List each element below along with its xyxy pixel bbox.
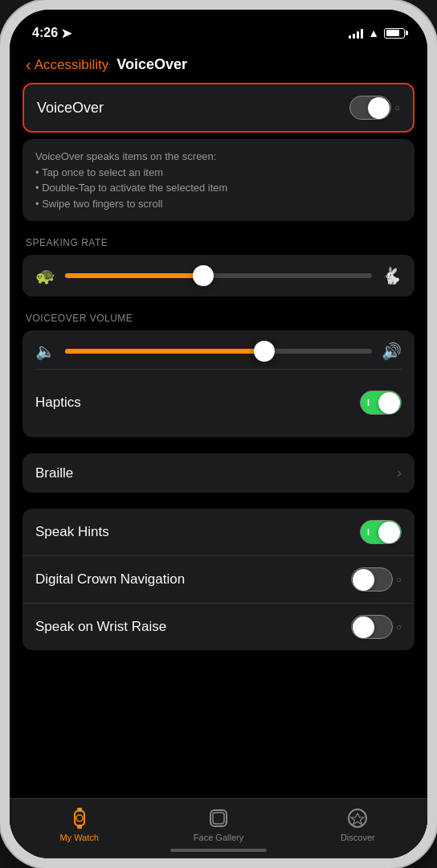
voiceover-volume-row: 🔈 🔊	[35, 342, 402, 361]
speak-hints-row: Speak Hints I	[22, 509, 415, 556]
bullet-2: • Double-Tap to activate the selected it…	[35, 182, 227, 194]
braille-label: Braille	[35, 465, 73, 481]
speak-hints-label: Speak Hints	[35, 524, 109, 540]
tab-my-watch[interactable]: My Watch	[10, 807, 149, 842]
speak-wrist-row: Speak on Wrist Raise ○	[22, 604, 415, 650]
face-gallery-icon-container	[207, 807, 230, 829]
face-gallery-svg	[207, 807, 230, 829]
volume-low-icon: 🔈	[35, 342, 55, 361]
phone-screen: 4:26 ➤ ▲ ‹ Accessibility	[10, 10, 427, 858]
svg-rect-3	[77, 825, 82, 829]
slider-thumb[interactable]	[254, 341, 275, 362]
haptics-toggle-switch[interactable]: I	[360, 391, 402, 415]
speak-wrist-knob	[353, 616, 374, 638]
svg-rect-2	[77, 808, 82, 812]
digital-crown-off-indicator: ○	[396, 575, 402, 584]
discover-tab-label: Discover	[341, 833, 375, 842]
speak-wrist-toggle-wrapper: ○	[351, 615, 402, 639]
digital-crown-toggle[interactable]	[351, 567, 393, 592]
digital-crown-row: Digital Crown Navigation ○	[22, 556, 415, 604]
page-title: VoiceOver	[116, 56, 187, 73]
my-watch-tab-label: My Watch	[59, 833, 99, 842]
speak-wrist-label: Speak on Wrist Raise	[35, 619, 166, 635]
voiceover-toggle-switch[interactable]	[349, 96, 391, 120]
description-title: VoiceOver speaks items on the screen:	[35, 150, 216, 162]
tab-face-gallery[interactable]: Face Gallery	[149, 807, 288, 842]
voiceover-volume-slider[interactable]	[65, 349, 372, 354]
speak-wrist-toggle[interactable]	[351, 615, 393, 639]
notch	[162, 10, 275, 34]
haptics-label: Haptics	[35, 395, 81, 411]
discover-svg	[346, 807, 369, 829]
voiceover-toggle-wrapper: ○	[349, 96, 400, 120]
status-time: 4:26 ➤	[32, 26, 71, 41]
haptics-toggle-knob	[378, 392, 400, 414]
status-icons: ▲	[349, 27, 405, 39]
face-gallery-tab-label: Face Gallery	[194, 833, 243, 842]
speaking-rate-card: 🐢 🐇	[22, 255, 415, 297]
voiceover-label: VoiceOver	[37, 100, 104, 117]
slider-fill	[65, 349, 264, 354]
turtle-icon: 🐢	[35, 266, 55, 285]
discover-icon-container	[346, 807, 369, 829]
wifi-icon: ▲	[368, 27, 379, 39]
time-display: 4:26	[32, 26, 58, 40]
speak-hints-i-label: I	[367, 527, 370, 537]
voiceover-volume-label: VOICEOVER VOLUME	[22, 313, 415, 324]
signal-bars	[349, 27, 363, 39]
bullet-1: • Tap once to select an item	[35, 166, 163, 178]
rabbit-icon: 🐇	[382, 266, 402, 285]
slider-fill	[65, 273, 203, 278]
digital-crown-label: Digital Crown Navigation	[35, 571, 185, 588]
slider-thumb[interactable]	[193, 265, 214, 286]
my-watch-icon	[68, 807, 91, 829]
haptics-i-label: I	[367, 398, 370, 407]
voiceover-volume-section: VOICEOVER VOLUME 🔈 🔊	[22, 313, 415, 437]
svg-marker-7	[351, 813, 364, 825]
digital-crown-knob	[353, 569, 374, 591]
speak-wrist-off-indicator: ○	[396, 622, 402, 632]
nav-header: ‹ Accessibility VoiceOver	[10, 50, 427, 83]
haptics-row: Haptics I	[35, 379, 402, 426]
braille-chevron-icon: ›	[397, 465, 402, 481]
battery-icon	[384, 28, 405, 39]
svg-point-1	[76, 815, 83, 821]
speak-hints-toggle[interactable]: I	[360, 520, 402, 544]
settings-card: Speak Hints I Digital Crown Navigation	[22, 509, 415, 650]
voiceover-toggle-knob	[368, 97, 390, 119]
speaking-rate-slider[interactable]	[65, 273, 372, 278]
back-button[interactable]: ‹ Accessibility	[26, 57, 108, 73]
back-label: Accessibility	[35, 57, 109, 73]
home-indicator	[170, 849, 267, 852]
haptics-toggle-wrapper: I	[360, 391, 402, 415]
speak-hints-toggle-wrapper: I	[360, 520, 402, 544]
digital-crown-toggle-wrapper: ○	[351, 567, 402, 592]
speaking-rate-row: 🐢 🐇	[35, 266, 402, 285]
tab-discover[interactable]: Discover	[288, 807, 427, 842]
volume-high-icon: 🔊	[382, 342, 402, 361]
bullet-3: • Swipe two fingers to scroll	[35, 198, 162, 210]
location-icon: ➤	[61, 26, 71, 41]
voiceover-description: VoiceOver speaks items on the screen: • …	[35, 149, 402, 211]
content-area: VoiceOver ○ VoiceOver speaks items on th…	[10, 83, 427, 798]
screen: 4:26 ➤ ▲ ‹ Accessibility	[10, 10, 427, 858]
battery-fill	[386, 30, 400, 36]
voiceover-volume-card: 🔈 🔊 Haptics	[22, 330, 415, 437]
svg-point-6	[349, 809, 366, 827]
braille-card[interactable]: Braille ›	[22, 453, 415, 493]
svg-rect-5	[213, 813, 224, 824]
phone-frame: 4:26 ➤ ▲ ‹ Accessibility	[0, 0, 437, 868]
toggle-off-indicator: ○	[394, 103, 400, 113]
my-watch-svg	[68, 807, 91, 829]
speaking-rate-label: SPEAKING RATE	[22, 237, 415, 248]
haptics-divider: Haptics I	[35, 369, 402, 426]
voiceover-toggle-row: VoiceOver ○	[37, 84, 400, 131]
speak-hints-knob	[378, 522, 400, 543]
voiceover-toggle-card: VoiceOver ○	[22, 83, 415, 133]
back-chevron-icon: ‹	[26, 56, 31, 72]
voiceover-description-card: VoiceOver speaks items on the screen: • …	[22, 139, 415, 221]
